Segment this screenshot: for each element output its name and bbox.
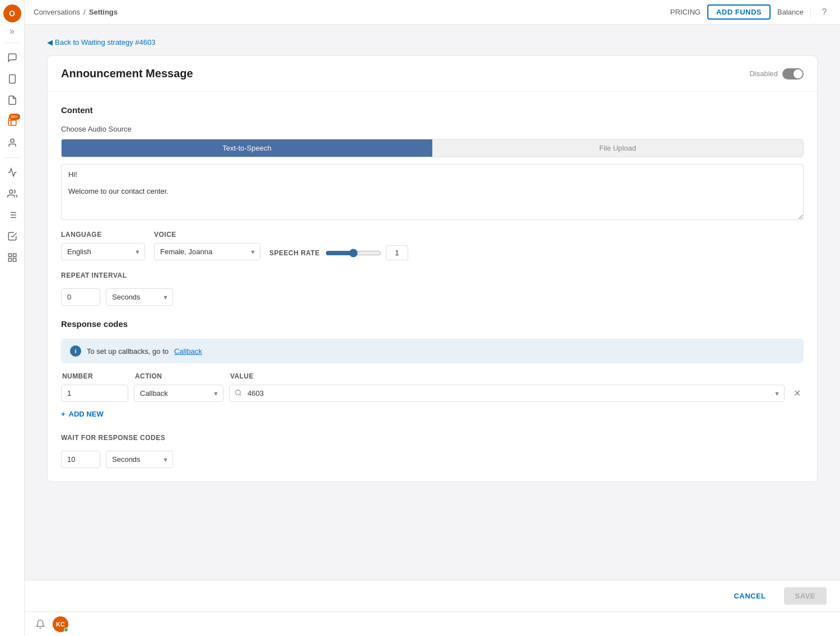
response-number-input[interactable] [61, 385, 128, 402]
back-link-text: Back to Waiting strategy #4603 [55, 38, 155, 46]
disabled-toggle[interactable] [782, 68, 804, 80]
breadcrumb-separator: / [83, 8, 86, 16]
sidebar-divider-top [4, 43, 21, 43]
svg-point-4 [9, 190, 12, 193]
info-icon: i [70, 345, 81, 357]
toggle-knob [794, 69, 802, 78]
voice-select-wrap: Female, Joanna Male, Matthew Female, Sal… [154, 243, 260, 260]
sidebar-icon-agents[interactable] [3, 134, 21, 152]
save-button[interactable]: SAVE [784, 587, 827, 605]
voice-settings-row: Language English Spanish French German ▼ [61, 231, 804, 260]
svg-point-3 [11, 139, 14, 142]
cancel-button[interactable]: CANCEL [725, 587, 774, 605]
voice-group: Voice Female, Joanna Male, Matthew Femal… [154, 231, 260, 260]
header: Conversations / Settings PRICING ADD FUN… [25, 0, 840, 25]
value-select[interactable]: 4603 [229, 385, 785, 402]
voice-select[interactable]: Female, Joanna Male, Matthew Female, Sal… [154, 243, 260, 260]
message-textarea[interactable]: Hi! Welcome to our contact center. [61, 164, 804, 220]
sidebar: O » 66+ [0, 0, 25, 636]
language-select-wrap: English Spanish French German ▼ [61, 243, 145, 260]
tab-text-to-speech[interactable]: Text-to-Speech [62, 139, 432, 157]
notification-icon[interactable] [31, 615, 49, 633]
svg-rect-13 [13, 259, 16, 261]
logo-icon[interactable]: O [3, 4, 21, 22]
sidebar-expand-icon[interactable]: » [7, 26, 18, 37]
value-search-icon [235, 389, 242, 398]
wait-response-section: Wait for response codes Seconds Minutes … [61, 434, 804, 468]
repeat-interval-section: REPEAT INTERVAL Seconds Minutes ▼ [61, 272, 804, 306]
slider-wrap: 1 [325, 245, 804, 260]
help-icon[interactable]: ? [818, 6, 831, 19]
repeat-unit-select[interactable]: Seconds Minutes [106, 288, 173, 306]
response-codes-title: Response codes [61, 319, 804, 329]
svg-rect-14 [8, 259, 11, 261]
sidebar-icon-rules[interactable] [3, 227, 21, 245]
user-avatar[interactable]: KC [53, 616, 68, 632]
callback-link[interactable]: Callback [174, 347, 202, 356]
repeat-interval-label: REPEAT INTERVAL [61, 272, 804, 279]
breadcrumb: Conversations / Settings [34, 8, 666, 16]
language-group: Language English Spanish French German ▼ [61, 231, 145, 260]
speech-rate-value: 1 [386, 245, 408, 260]
bottom-bar: KC [25, 611, 840, 636]
value-select-wrap: 4603 ▼ [229, 385, 785, 402]
sidebar-icon-phone[interactable] [3, 70, 21, 88]
card-header: Announcement Message Disabled [48, 56, 817, 92]
add-new-plus-icon: + [61, 410, 66, 418]
audio-source-tabs: Text-to-Speech File Upload [61, 139, 804, 157]
response-codes-section: Response codes i To set up callbacks, go… [61, 319, 804, 420]
card-title: Announcement Message [61, 67, 193, 80]
balance-label: Balance [777, 8, 804, 16]
sidebar-icon-chat[interactable] [3, 49, 21, 67]
wait-response-input[interactable] [61, 451, 100, 468]
action-select[interactable]: Callback Redirect Hangup [134, 385, 223, 402]
sidebar-divider-mid [4, 157, 21, 158]
wait-unit-select-wrap: Seconds Minutes ▼ [106, 451, 173, 468]
content-area: ◀ Back to Waiting strategy #4603 Announc… [25, 25, 840, 580]
speech-rate-slider[interactable] [325, 249, 381, 258]
wait-response-row: Seconds Minutes ▼ [61, 451, 804, 468]
response-table-header: Number Action Value [61, 372, 804, 380]
toggle-area: Disabled [749, 68, 804, 80]
back-chevron-icon: ◀ [47, 38, 53, 46]
header-divider [810, 7, 811, 18]
svg-rect-12 [13, 254, 16, 256]
wait-unit-select[interactable]: Seconds Minutes [106, 451, 173, 468]
svg-line-16 [240, 394, 241, 395]
pricing-link[interactable]: PRICING [670, 8, 701, 16]
card-body: Content Choose Audio Source Text-to-Spee… [48, 92, 817, 481]
toggle-label: Disabled [749, 69, 778, 78]
svg-point-15 [236, 390, 241, 395]
announcement-card: Announcement Message Disabled Content Ch… [47, 55, 818, 482]
audio-source-label: Choose Audio Source [61, 125, 804, 133]
sidebar-icon-grid[interactable] [3, 249, 21, 266]
remove-row-button[interactable]: ✕ [790, 387, 804, 400]
back-link[interactable]: ◀ Back to Waiting strategy #4603 [47, 38, 818, 46]
add-funds-button[interactable]: ADD FUNDS [707, 4, 771, 20]
content-section-title: Content [61, 105, 804, 115]
sidebar-icon-analytics[interactable] [3, 163, 21, 181]
sidebar-icon-document[interactable] [3, 91, 21, 109]
language-select[interactable]: English Spanish French German [61, 243, 145, 260]
footer: CANCEL SAVE [25, 580, 840, 611]
reports-badge: 66+ [9, 114, 20, 120]
response-row: Callback Redirect Hangup ▼ [61, 385, 804, 402]
svg-rect-11 [8, 254, 11, 256]
sidebar-icon-reports[interactable]: 66+ [3, 113, 21, 130]
action-select-wrap: Callback Redirect Hangup ▼ [134, 385, 223, 402]
col-number-label: Number [61, 372, 128, 380]
add-new-label: ADD NEW [69, 410, 104, 418]
repeat-interval-input[interactable] [61, 288, 100, 306]
callback-info-banner: i To set up callbacks, go to Callback [61, 339, 804, 363]
sidebar-icon-list[interactable] [3, 206, 21, 224]
speech-rate-group: Speech Rate 1 [269, 245, 804, 260]
breadcrumb-current: Settings [89, 8, 118, 16]
info-text: To set up callbacks, go to [87, 347, 169, 356]
add-new-button[interactable]: + ADD NEW [61, 408, 104, 420]
breadcrumb-parent: Conversations [34, 8, 80, 16]
voice-label: Voice [154, 231, 260, 238]
sidebar-icon-team[interactable] [3, 185, 21, 203]
wait-response-label: Wait for response codes [61, 434, 804, 442]
repeat-unit-select-wrap: Seconds Minutes ▼ [106, 288, 173, 306]
tab-file-upload[interactable]: File Upload [432, 139, 803, 157]
